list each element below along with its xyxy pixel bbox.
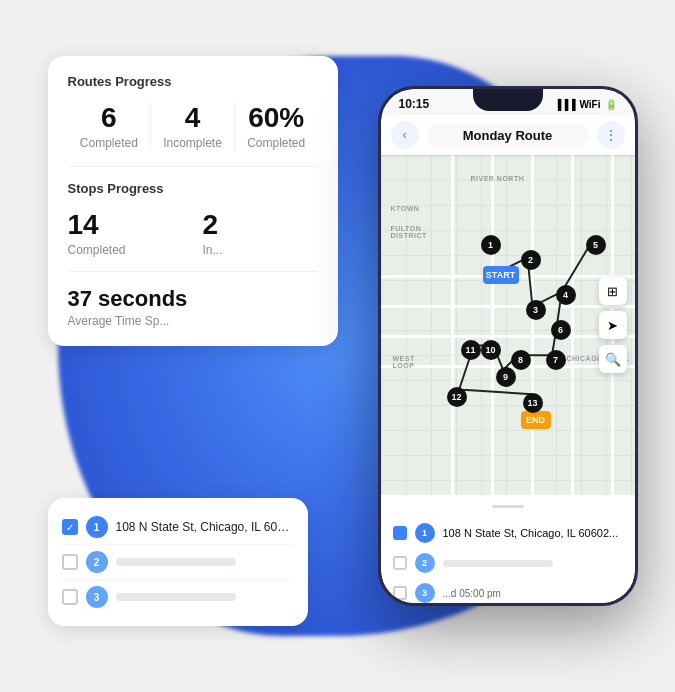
- map-pin-13: 13: [523, 393, 543, 413]
- map-pin-8: 8: [511, 350, 531, 370]
- stop-3-checkbox[interactable]: [62, 589, 78, 605]
- avg-time-number: 37 seconds: [68, 286, 318, 312]
- bottom-sheet: 1 108 N State St, Chicago, IL 60602... 2…: [381, 495, 635, 603]
- card-panel: Routes Progress 6 Completed 4 Incomplete…: [48, 56, 338, 346]
- map-pin-12: 12: [447, 387, 467, 407]
- area-label-west-loop: WESTLOOP: [393, 355, 415, 369]
- routes-incomplete-number: 4: [151, 103, 234, 134]
- stop-1-checkbox[interactable]: [62, 519, 78, 535]
- battery-icon: 🔋: [605, 99, 617, 110]
- divider-1: [68, 166, 318, 167]
- map-pin-5: 5: [586, 235, 606, 255]
- layers-button[interactable]: ⊞: [599, 277, 627, 305]
- stops-incomplete-number: 2: [203, 210, 318, 241]
- sheet-stop-3-pin: 3: [415, 583, 435, 603]
- stop-2-pin: 2: [86, 551, 108, 573]
- avg-time-label: Average Time Sp...: [68, 314, 318, 328]
- location-icon: ➤: [607, 318, 618, 333]
- sheet-stop-2-checkbox[interactable]: [393, 556, 407, 570]
- phone-screen: 10:15 ▐▐▐ WiFi 🔋 ‹ Monday Route ⋮: [381, 89, 635, 603]
- route-title: Monday Route: [427, 123, 589, 148]
- stop-2-checkbox[interactable]: [62, 554, 78, 570]
- stop-1-address: 108 N State St, Chicago, IL 60602...: [116, 520, 294, 534]
- stops-progress-section: Stops Progress 14 Completed 2 In... 37 s…: [68, 181, 318, 328]
- stops-completed-stat: 14 Completed: [68, 210, 183, 257]
- sheet-stop-1: 1 108 N State St, Chicago, IL 60602...: [393, 518, 623, 548]
- map-pin-11: 11: [461, 340, 481, 360]
- map-pin-3: 3: [526, 300, 546, 320]
- stops-progress-title: Stops Progress: [68, 181, 318, 196]
- map-pin-2: 2: [521, 250, 541, 270]
- sheet-stop-2: 2: [393, 548, 623, 578]
- stops-incomplete-label: In...: [203, 243, 318, 257]
- stops-completed-number: 14: [68, 210, 183, 241]
- wifi-icon: WiFi: [579, 99, 600, 110]
- stop-list-card: 1 108 N State St, Chicago, IL 60602... 2…: [48, 498, 308, 626]
- stop-1-pin: 1: [86, 516, 108, 538]
- phone-nav-bar: ‹ Monday Route ⋮: [381, 115, 635, 155]
- routes-percent-stat: 60% Completed: [234, 103, 318, 150]
- stops-stats-row: 14 Completed 2 In...: [68, 210, 318, 257]
- map-pin-6: 6: [551, 320, 571, 340]
- sheet-stop-1-checkbox[interactable]: [393, 526, 407, 540]
- stop-item-3: 3: [62, 579, 294, 614]
- search-map-button[interactable]: 🔍: [599, 345, 627, 373]
- stops-completed-label: Completed: [68, 243, 183, 257]
- sheet-stop-3: 3 ...d 05:00 pm: [393, 578, 623, 603]
- map-pin-9: 9: [496, 367, 516, 387]
- map-pin-4: 4: [556, 285, 576, 305]
- routes-completed-number: 6: [68, 103, 151, 134]
- stop-3-bar: [116, 593, 236, 601]
- end-pin: END: [521, 411, 551, 429]
- location-button[interactable]: ➤: [599, 311, 627, 339]
- sheet-handle: [492, 505, 524, 508]
- stop-3-pin: 3: [86, 586, 108, 608]
- sheet-stop-3-time: ...d 05:00 pm: [443, 588, 501, 599]
- stops-incomplete-stat: 2 In...: [203, 210, 318, 257]
- sheet-stop-2-bar: [443, 560, 553, 567]
- area-label-ktown: KTOWN: [391, 205, 420, 212]
- outer-container: Routes Progress 6 Completed 4 Incomplete…: [28, 26, 648, 666]
- map-area[interactable]: RIVER NORTH FULTONDISTRICT WESTLOOP CHIC…: [381, 155, 635, 495]
- routes-incomplete-label: Incomplete: [151, 136, 234, 150]
- map-controls: ⊞ ➤ 🔍: [599, 277, 627, 373]
- stop-item-2: 2: [62, 544, 294, 579]
- map-pin-10: 10: [481, 340, 501, 360]
- routes-stats-row: 6 Completed 4 Incomplete 60% Completed: [68, 103, 318, 150]
- routes-incomplete-stat: 4 Incomplete: [150, 103, 234, 150]
- start-pin: START: [483, 266, 519, 284]
- status-icons: ▐▐▐ WiFi 🔋: [554, 99, 616, 110]
- status-time: 10:15: [399, 97, 430, 111]
- routes-completed-stat: 6 Completed: [68, 103, 151, 150]
- routes-percent-number: 60%: [235, 103, 318, 134]
- phone-notch: [473, 89, 543, 111]
- avg-time-row: 37 seconds Average Time Sp...: [68, 286, 318, 328]
- layers-icon: ⊞: [607, 284, 618, 299]
- sheet-stop-1-pin: 1: [415, 523, 435, 543]
- phone-mockup: 10:15 ▐▐▐ WiFi 🔋 ‹ Monday Route ⋮: [378, 86, 638, 606]
- sheet-stop-3-checkbox[interactable]: [393, 586, 407, 600]
- back-icon: ‹: [403, 128, 407, 142]
- sheet-stop-2-pin: 2: [415, 553, 435, 573]
- routes-completed-label: Completed: [68, 136, 151, 150]
- search-map-icon: 🔍: [605, 352, 621, 367]
- back-button[interactable]: ‹: [391, 121, 419, 149]
- stop-2-bar: [116, 558, 236, 566]
- more-button[interactable]: ⋮: [597, 121, 625, 149]
- more-icon: ⋮: [604, 127, 618, 143]
- routes-percent-label: Completed: [235, 136, 318, 150]
- signal-icon: ▐▐▐: [554, 99, 575, 110]
- routes-progress-title: Routes Progress: [68, 74, 318, 89]
- area-label-fulton: FULTONDISTRICT: [391, 225, 427, 239]
- sheet-stop-1-address: 108 N State St, Chicago, IL 60602...: [443, 527, 619, 539]
- map-pin-7: 7: [546, 350, 566, 370]
- map-pin-1: 1: [481, 235, 501, 255]
- area-label-river-north: RIVER NORTH: [471, 175, 525, 182]
- stop-item-1: 1 108 N State St, Chicago, IL 60602...: [62, 510, 294, 544]
- divider-2: [68, 271, 318, 272]
